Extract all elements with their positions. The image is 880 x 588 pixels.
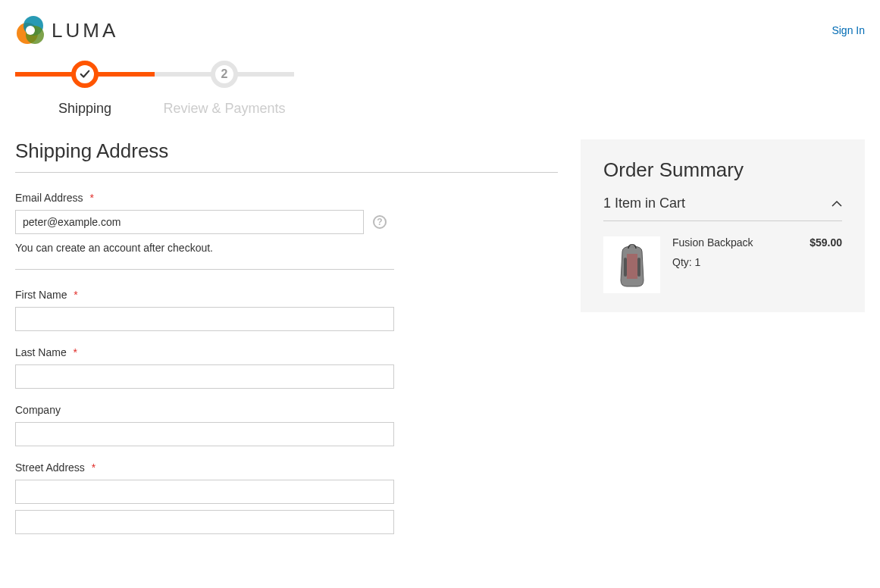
email-field-group: Email Address * ? You can create an acco…	[15, 192, 394, 254]
item-image	[603, 236, 660, 293]
backpack-icon	[613, 242, 651, 288]
first-name-field-group: First Name *	[15, 289, 394, 331]
last-name-label: Last Name *	[15, 346, 394, 358]
step-shipping: Shipping	[15, 72, 155, 117]
svg-rect-4	[624, 258, 627, 277]
email-note: You can create an account after checkout…	[15, 242, 394, 254]
svg-point-3	[26, 26, 35, 35]
street-field-group: Street Address *	[15, 461, 394, 534]
item-name: Fusion Backpack	[672, 236, 753, 249]
step-review: 2 Review & Payments	[155, 72, 294, 117]
step-review-label: Review & Payments	[155, 101, 294, 117]
header: LUMA Sign In	[15, 0, 865, 61]
company-label: Company	[15, 404, 394, 416]
brand-name: LUMA	[52, 19, 118, 42]
email-field[interactable]	[15, 210, 364, 234]
chevron-up-icon	[831, 201, 842, 207]
step-review-indicator: 2	[211, 61, 238, 88]
form-divider	[15, 269, 394, 270]
cart-toggle[interactable]: 1 Item in Cart	[603, 195, 842, 221]
street-field-2[interactable]	[15, 510, 394, 534]
sign-in-link[interactable]: Sign In	[831, 24, 865, 36]
required-marker: *	[89, 192, 93, 204]
cart-item: Fusion Backpack $59.00 Qty: 1	[603, 236, 842, 293]
help-icon[interactable]: ?	[373, 215, 387, 229]
checkout-progress: Shipping 2 Review & Payments	[15, 72, 865, 117]
street-field-1[interactable]	[15, 480, 394, 504]
page-title: Shipping Address	[15, 139, 558, 173]
cart-count: 1 Item in Cart	[603, 195, 685, 211]
company-field-group: Company	[15, 404, 394, 446]
last-name-field[interactable]	[15, 364, 394, 389]
company-field[interactable]	[15, 422, 394, 446]
required-marker: *	[92, 461, 96, 474]
street-label: Street Address *	[15, 461, 394, 474]
svg-rect-5	[637, 258, 640, 277]
first-name-label: First Name *	[15, 289, 394, 301]
checkmark-icon	[80, 69, 90, 80]
cart-items: Fusion Backpack $59.00 Qty: 1	[603, 221, 842, 293]
email-label: Email Address *	[15, 192, 394, 204]
first-name-field[interactable]	[15, 307, 394, 331]
required-marker: *	[74, 289, 77, 301]
summary-title: Order Summary	[603, 158, 842, 182]
logo[interactable]: LUMA	[15, 15, 118, 45]
required-marker: *	[74, 346, 77, 358]
order-summary: Order Summary 1 Item in Cart	[581, 139, 865, 312]
luma-logo-icon	[15, 15, 45, 45]
step-shipping-label: Shipping	[15, 101, 155, 117]
item-price: $59.00	[810, 236, 842, 249]
step-shipping-indicator	[71, 61, 99, 88]
last-name-field-group: Last Name *	[15, 346, 394, 389]
item-qty: Qty: 1	[672, 256, 842, 268]
